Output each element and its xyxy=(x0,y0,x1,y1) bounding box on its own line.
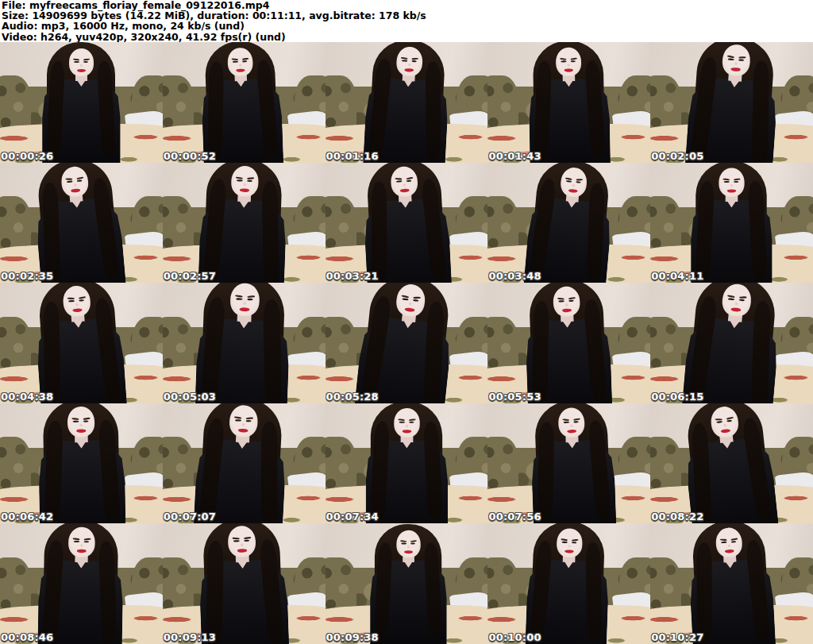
timestamp-overlay: 00:05:03 xyxy=(164,391,216,402)
hair-strand-right xyxy=(263,299,282,403)
eyebrow-right xyxy=(576,179,583,180)
video-frame-thumbnail: 00:05:53 xyxy=(487,283,650,403)
red-lips xyxy=(76,429,87,433)
red-lips xyxy=(403,68,413,72)
eye-right xyxy=(571,60,576,62)
nose xyxy=(724,424,726,426)
eyebrow-right xyxy=(406,176,413,179)
person-figure xyxy=(487,42,650,163)
eye-right xyxy=(739,299,745,302)
eye-left xyxy=(237,179,242,182)
eye-right xyxy=(572,542,576,544)
hair-strand-left xyxy=(44,302,62,403)
nose xyxy=(244,183,246,185)
eye-left xyxy=(559,301,564,303)
video-frame-thumbnail: 00:02:05 xyxy=(650,42,813,163)
timestamp-overlay: 00:10:27 xyxy=(651,632,703,642)
timestamp-overlay: 00:05:53 xyxy=(488,391,541,402)
timestamp-overlay: 00:07:56 xyxy=(488,511,541,522)
eyebrow-left xyxy=(73,58,79,60)
person-figure xyxy=(163,163,326,283)
eyebrow-right xyxy=(247,177,254,179)
red-lips xyxy=(568,188,579,193)
face xyxy=(229,283,260,317)
nose xyxy=(572,183,575,186)
eye-left xyxy=(724,181,729,183)
eyebrow-right xyxy=(410,540,416,542)
eye-left xyxy=(561,61,566,63)
eyebrow-right xyxy=(245,417,252,419)
red-lips xyxy=(403,550,412,553)
media-info-header: File: myfreecams_floriay_female_09122016… xyxy=(0,0,813,42)
eye-left xyxy=(722,542,727,544)
video-frame-thumbnail: 00:02:57 xyxy=(163,163,326,283)
nose xyxy=(403,183,405,186)
red-lips xyxy=(237,549,247,553)
eye-right xyxy=(244,541,249,543)
eye-left xyxy=(396,180,402,183)
eye-left xyxy=(562,542,567,543)
eyebrow-right xyxy=(76,176,83,179)
eyebrow-right xyxy=(738,56,746,58)
timestamp-overlay: 00:08:46 xyxy=(1,632,53,642)
eye-left xyxy=(73,421,79,422)
video-frame-thumbnail: 00:06:15 xyxy=(650,283,813,403)
eye-left xyxy=(74,61,79,63)
eyebrow-left xyxy=(233,538,240,540)
eyebrow-right xyxy=(83,417,90,419)
timestamp-overlay: 00:10:00 xyxy=(488,632,541,642)
person-figure xyxy=(326,163,488,283)
eye-left xyxy=(402,60,407,63)
timestamp-overlay: 00:00:52 xyxy=(164,151,216,161)
eye-right xyxy=(574,421,580,422)
eyebrow-right xyxy=(726,416,734,419)
video-frame-thumbnail: 00:03:48 xyxy=(487,163,650,283)
timestamp-overlay: 00:03:21 xyxy=(326,271,379,281)
nose xyxy=(568,545,571,547)
person-figure xyxy=(650,163,813,283)
eyebrow-left xyxy=(563,418,570,421)
timestamp-overlay: 00:09:13 xyxy=(164,632,216,642)
eyebrow-right xyxy=(241,57,248,60)
video-frame-thumbnail: 00:04:11 xyxy=(650,163,813,283)
red-lips xyxy=(76,550,87,553)
eyebrow-left xyxy=(715,418,722,420)
eye-right xyxy=(79,300,84,303)
eye-right xyxy=(413,299,418,302)
timestamp-overlay: 00:02:35 xyxy=(1,271,53,281)
face xyxy=(558,407,585,438)
eye-right xyxy=(247,180,252,183)
eyebrow-left xyxy=(561,58,567,60)
eye-left xyxy=(401,543,406,545)
face xyxy=(553,287,580,318)
timestamp-overlay: 00:00:26 xyxy=(1,151,53,161)
face xyxy=(396,531,420,558)
video-frame-thumbnail: 00:09:38 xyxy=(326,523,488,644)
red-lips xyxy=(404,307,415,313)
red-lips xyxy=(72,308,83,313)
nose xyxy=(735,62,738,64)
person-figure xyxy=(650,523,813,644)
video-frame-thumbnail: 00:05:28 xyxy=(326,283,488,403)
timestamp-overlay: 00:06:42 xyxy=(1,511,53,522)
video-frame-thumbnail: 00:06:42 xyxy=(0,403,163,524)
timestamp-overlay: 00:01:16 xyxy=(326,151,379,161)
person-figure xyxy=(0,42,163,163)
timestamp-overlay: 00:07:07 xyxy=(164,511,216,522)
eye-left xyxy=(729,299,734,301)
timestamp-overlay: 00:06:15 xyxy=(651,391,703,402)
eyebrow-right xyxy=(78,296,85,299)
red-lips xyxy=(725,550,735,553)
hair-strand-right xyxy=(426,62,441,163)
eye-right xyxy=(246,420,252,422)
face xyxy=(395,47,422,77)
hair-strand-left xyxy=(372,182,387,283)
red-lips xyxy=(562,309,572,313)
audio-info-line: Audio: mp3, 16000 Hz, mono, 24 kb/s (und… xyxy=(2,21,813,31)
eyebrow-left xyxy=(720,539,727,541)
eyebrow-left xyxy=(67,298,75,299)
timestamp-overlay: 00:02:05 xyxy=(651,151,703,161)
nose xyxy=(728,545,730,547)
person-figure xyxy=(650,42,813,163)
eye-right xyxy=(77,179,83,182)
